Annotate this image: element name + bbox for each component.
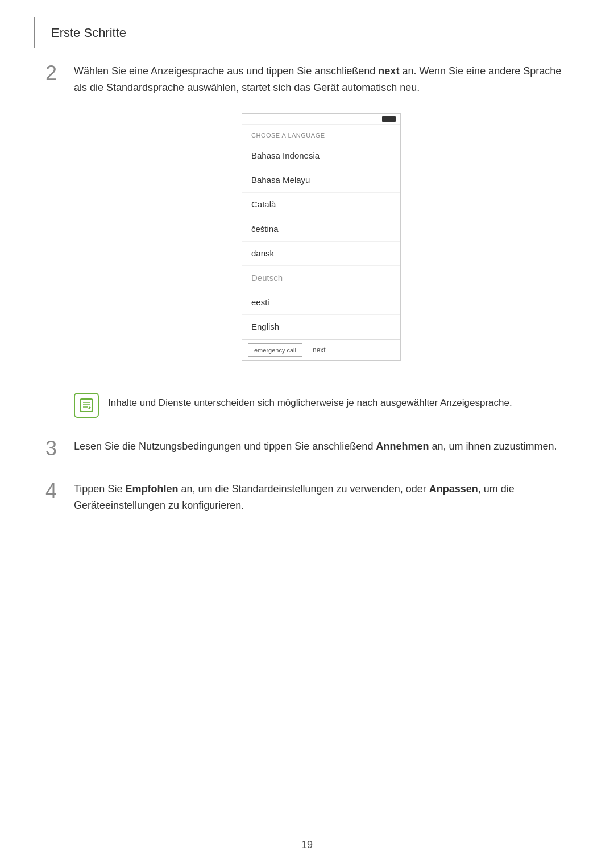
step-4-bold2: Anpassen: [429, 483, 478, 495]
language-item[interactable]: Deutsch: [242, 266, 400, 290]
step-4-number: 4: [45, 479, 74, 503]
note-box: Inhalte und Dienste unterscheiden sich m…: [74, 393, 569, 418]
page-footer: 19: [0, 839, 614, 851]
step-4-text-before: Tippen Sie: [74, 483, 125, 495]
language-item[interactable]: English: [242, 315, 400, 339]
step-2-content: Wählen Sie eine Anzeigesprache aus und t…: [74, 63, 569, 372]
step-2-text-before: Wählen Sie eine Anzeigesprache aus und t…: [74, 65, 378, 77]
step-3: 3 Lesen Sie die Nutzungsbedingungen und …: [45, 438, 569, 460]
next-button[interactable]: next: [307, 343, 331, 357]
page-title: Erste Schritte: [51, 26, 126, 40]
note-icon: [74, 393, 99, 418]
step-3-text-after: an, um ihnen zuzustimmen.: [429, 441, 557, 452]
language-item[interactable]: Bahasa Indonesia: [242, 144, 400, 168]
phone-top-bar: [242, 114, 400, 125]
phone-mockup: CHOOSE A LANGUAGE Bahasa IndonesiaBahasa…: [74, 113, 569, 362]
step-3-text-before: Lesen Sie die Nutzungsbedingungen und ti…: [74, 441, 376, 452]
step-4-text-mid: an, um die Standardeinstellungen zu verw…: [178, 483, 429, 495]
language-list: Bahasa IndonesiaBahasa MelayuCatalàčešti…: [242, 144, 400, 339]
vertical-line: [34, 17, 35, 48]
step-2-number: 2: [45, 61, 74, 85]
phone-bottom-row: emergency call next: [242, 339, 400, 360]
phone-screen: CHOOSE A LANGUAGE Bahasa IndonesiaBahasa…: [242, 113, 401, 362]
step-3-content: Lesen Sie die Nutzungsbedingungen und ti…: [74, 438, 569, 455]
emergency-call-button[interactable]: emergency call: [248, 343, 302, 357]
note-text: Inhalte und Dienste unterscheiden sich m…: [108, 393, 512, 410]
phone-signal-icon: [382, 116, 396, 122]
language-item[interactable]: Bahasa Melayu: [242, 168, 400, 193]
language-item[interactable]: eesti: [242, 290, 400, 315]
step-3-number: 3: [45, 436, 74, 460]
step-3-bold1: Annehmen: [376, 441, 429, 452]
step-2-bold1: next: [378, 65, 399, 77]
pencil-icon: [78, 397, 94, 413]
language-item[interactable]: Català: [242, 193, 400, 217]
choose-language-label: CHOOSE A LANGUAGE: [242, 125, 400, 144]
step-4-content: Tippen Sie Empfohlen an, um die Standard…: [74, 481, 569, 514]
language-item[interactable]: čeština: [242, 217, 400, 242]
svg-rect-0: [80, 399, 93, 412]
language-item[interactable]: dansk: [242, 242, 400, 266]
page-number: 19: [301, 839, 313, 850]
step-4-bold1: Empfohlen: [125, 483, 178, 495]
step-2: 2 Wählen Sie eine Anzeigesprache aus und…: [45, 63, 569, 372]
step-4: 4 Tippen Sie Empfohlen an, um die Standa…: [45, 481, 569, 514]
